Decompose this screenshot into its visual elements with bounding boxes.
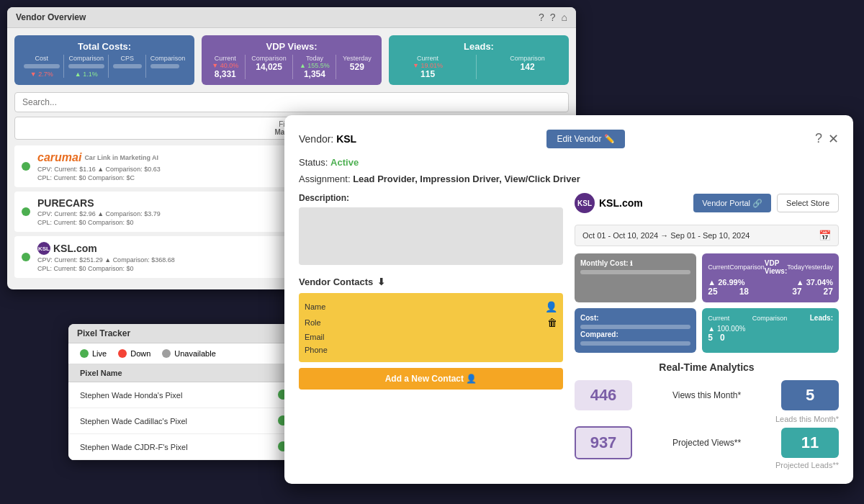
cost-compared-card: Cost: Compared: (575, 308, 696, 353)
vdp-today-value: 1,354 (300, 69, 330, 79)
leads-cols: Current ▼ 19.01% 115 Comparison 142 (397, 55, 560, 79)
contact-row-phone: Phone (305, 343, 557, 356)
modal-help-icon[interactable]: ? (815, 131, 822, 147)
add-contact-button[interactable]: Add a New Contact 👤 (299, 368, 563, 390)
ksl-logo: KSL KSL.com (575, 193, 643, 213)
contacts-table: Name 👤 Role 🗑 Email Phone (299, 293, 563, 362)
comparison-label: Comparison (68, 55, 104, 62)
status-dot-green (22, 207, 30, 216)
calendar-icon[interactable]: 📅 (819, 230, 831, 241)
legend-dot-live (80, 349, 89, 358)
vdp-val-yesterday: 27 (824, 287, 833, 297)
info-icon[interactable]: ? (550, 12, 556, 23)
contact-field-phone: Phone (305, 346, 557, 354)
cps-comparison-col: Comparison (150, 55, 186, 78)
vdp-current-col: Current ▼ 40.0% 8,331 (212, 55, 238, 79)
cps-label: CPS (113, 55, 142, 62)
leads-change-detail: ▲ 100.00% (708, 325, 833, 333)
legend-down: Down (118, 349, 150, 358)
realtime-title: Real-Time Analytics (575, 361, 839, 373)
status-value: Active (330, 157, 359, 168)
pixel-name-cjdr: Stephen Wade CJDR-F's Pixel (80, 443, 278, 451)
projected-leads-value: 11 (781, 428, 839, 458)
vendor-overview-title: Vendor Overview (16, 12, 86, 22)
ksl-logo-row: KSL KSL.com Vendor Portal 🔗 Select Store (575, 193, 839, 213)
leads-current-value: 115 (413, 69, 443, 79)
assignment-value: Lead Provider, Impression Driver, View/C… (353, 174, 580, 184)
vendor-portal-button[interactable]: Vendor Portal 🔗 (693, 194, 771, 212)
contact-row-name: Name 👤 (305, 299, 557, 315)
search-input[interactable] (14, 92, 569, 112)
legend-live-label: Live (92, 349, 107, 358)
cost-col: Cost ▼ 2.7% (24, 55, 60, 78)
modal-vendor-name: KSL (336, 133, 356, 145)
cost-change: ▼ 2.7% (24, 71, 60, 78)
date-range-row: Oct 01 - Oct 10, 2024 → Sep 01 - Sep 10,… (575, 225, 839, 246)
leads-change: ▼ 19.01% (413, 62, 443, 69)
legend-unavailable: Unavailable (162, 349, 215, 358)
projected-leads-label: Projected Leads** (575, 461, 839, 469)
leads-current-col: Current ▼ 19.01% 115 (413, 55, 443, 79)
total-costs-card: Total Costs: Cost ▼ 2.7% Comparison ▲ 1.… (14, 35, 194, 85)
cps-col: CPS (113, 55, 142, 78)
monthly-cost-title: Monthly Cost: ℹ (580, 259, 690, 267)
right-stats-grid: Monthly Cost: ℹ Current Comparison VDP V… (575, 253, 839, 353)
modal-top-actions: Edit Vendor ✏️ (546, 130, 624, 148)
leads-month-label: Leads this Month* (575, 415, 839, 423)
vdp-val-today: 37 (792, 287, 801, 297)
help-icon[interactable]: ? (539, 12, 544, 23)
vdp-views-detail-card: Current Comparison VDP Views: Today Yest… (702, 253, 839, 302)
vdp-current-label: Current (212, 55, 238, 62)
contact-field-role: Role (305, 318, 547, 327)
vdp-yesterday-label: Yesterday (343, 55, 372, 62)
stats-row: Total Costs: Cost ▼ 2.7% Comparison ▲ 1.… (14, 35, 569, 85)
vdp-cols: Current ▼ 40.0% 8,331 Comparison 14,025 … (210, 55, 373, 79)
modal-status-row: Status: Active (299, 157, 839, 168)
titlebar-icons: ? ? ⌂ (539, 12, 567, 23)
edit-vendor-button[interactable]: Edit Vendor ✏️ (546, 130, 624, 148)
assignment-label: Assignment: (299, 174, 351, 184)
vdp-yesterday-col: Yesterday 529 (343, 55, 372, 79)
total-costs-cols: Cost ▼ 2.7% Comparison ▲ 1.1% CPS (23, 55, 186, 78)
vdp-comparison-label: Comparison (251, 55, 287, 62)
leads-comparison-col: Comparison 142 (510, 55, 545, 79)
contact-field-email: Email (305, 333, 557, 341)
cost-label-detail: Cost: (580, 314, 690, 322)
vdp-val-current: 25 (708, 287, 717, 297)
modal-assignment-row: Assignment: Lead Provider, Impression Dr… (299, 174, 839, 184)
leads-val-current: 5 (708, 333, 713, 343)
vdp-today-label: Today (300, 55, 330, 62)
contact-field-name: Name (305, 302, 545, 311)
pixel-name-honda: Stephen Wade Honda's Pixel (80, 391, 278, 400)
select-store-button[interactable]: Select Store (777, 194, 839, 212)
vdp-today-change: ▲ 155.5% (300, 62, 330, 69)
leads-card: Leads: Current ▼ 19.01% 115 Comparison 1… (389, 35, 569, 85)
desc-box (299, 207, 563, 265)
status-dot-green (22, 162, 30, 171)
leads-val-comparison: 0 (720, 333, 725, 343)
desc-label: Description: (299, 193, 563, 203)
leads-detail-card: Current Comparison Leads: ▲ 100.00% 5 0 (702, 308, 839, 353)
home-icon[interactable]: ⌂ (562, 12, 567, 23)
realtime-section: Real-Time Analytics 446 Views this Month… (575, 361, 839, 469)
contacts-title-text: Vendor Contacts (299, 276, 373, 287)
contacts-download-icon: ⬇ (377, 276, 385, 287)
ksl-logo-text: KSL.com (599, 197, 643, 209)
legend-dot-unavailable (162, 349, 171, 358)
views-month-label: Views this Month* (638, 390, 775, 400)
leads-month-value: 5 (781, 380, 839, 410)
modal-close-icon[interactable]: ✕ (828, 131, 839, 147)
pixel-name-cadillac: Stephen Wade Cadillac's Pixel (80, 417, 278, 426)
vdp-views-card: VDP Views: Current ▼ 40.0% 8,331 Compari… (202, 35, 382, 85)
leads-current-label: Current (413, 55, 443, 62)
leads-detail-title: Leads: (810, 314, 833, 322)
modal-body-grid: Description: Vendor Contacts ⬇ Name 👤 Ro… (299, 193, 839, 469)
modal-vendor-label: Vendor: KSL (299, 133, 356, 145)
contact-delete-icon[interactable]: 🗑 (547, 317, 557, 328)
projected-views-label: Projected Views** (638, 438, 775, 448)
vendor-overview-titlebar: Vendor Overview ? ? ⌂ (7, 7, 576, 28)
vdp-change-detail: ▲ 26.99% (708, 278, 744, 287)
cps-comparison-label: Comparison (150, 55, 186, 62)
legend-unavailable-label: Unavailable (174, 349, 215, 358)
contact-row-email: Email (305, 330, 557, 343)
